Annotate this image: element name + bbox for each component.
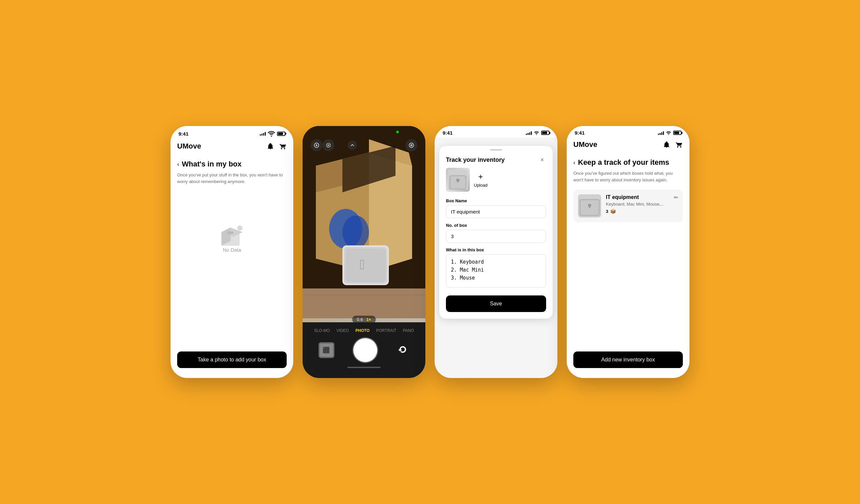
signal-bar-2 xyxy=(261,134,262,136)
track-inventory-modal: Track your inventory × xyxy=(439,146,553,318)
page-subtitle-4: Once you've figured out which boxes hold… xyxy=(573,170,683,183)
mode-slomo[interactable]: SLO-MO xyxy=(314,328,330,333)
upload-plus-icon: + xyxy=(478,172,483,181)
screen4-status-icons xyxy=(658,131,682,135)
inventory-info: IT equipment Keyboard, Mac Mini, Mouse,.… xyxy=(606,194,669,214)
box-name-input[interactable] xyxy=(446,205,546,218)
shutter-button[interactable] xyxy=(353,338,377,362)
inventory-meta: 3 📦 xyxy=(606,209,669,214)
chevron-up-button[interactable] xyxy=(348,140,357,150)
page-title-1: What's in my box xyxy=(182,160,242,168)
box-empty-icon: ... xyxy=(219,223,245,247)
back-arrow-1[interactable]: ‹ xyxy=(177,161,179,168)
save-button[interactable]: Save xyxy=(446,295,546,312)
photo-thumbnail[interactable]: ⬛ xyxy=(318,342,334,358)
screen3-phone: 9:41 xyxy=(435,126,557,378)
modal-header: Track your inventory × xyxy=(439,150,553,168)
svg-point-15 xyxy=(342,216,369,249)
screen4-content: ‹ Keep a track of your items Once you've… xyxy=(567,153,689,227)
inventory-card: IT equipment Keyboard, Mac Mini, Mouse,.… xyxy=(573,190,683,222)
inventory-count: 3 xyxy=(606,209,608,214)
sb41 xyxy=(658,134,659,135)
zoom-06[interactable]: 0.6 xyxy=(357,317,363,322)
mode-pano[interactable]: PANO xyxy=(403,328,414,333)
svg-text:...: ... xyxy=(239,226,241,230)
zoom-1x[interactable]: 1× xyxy=(366,317,371,322)
signal-bars xyxy=(260,132,266,136)
svg-text:⬛: ⬛ xyxy=(322,346,330,354)
no-data-label: No Data xyxy=(223,247,241,253)
chevron-area xyxy=(334,140,370,150)
wifi-icon-3 xyxy=(534,131,539,135)
svg-point-25 xyxy=(328,144,329,146)
mac-mini-thumbnail xyxy=(446,168,470,192)
bell-icon-4[interactable] xyxy=(663,141,670,148)
inventory-desc: Keyboard, Mac Mini, Mouse,... xyxy=(606,202,669,207)
svg-point-32 xyxy=(536,134,537,135)
screen3-time: 9:41 xyxy=(443,130,453,136)
flash-button[interactable] xyxy=(311,139,322,151)
add-inventory-button[interactable]: Add new inventory box xyxy=(573,352,683,368)
modal-title: Track your inventory xyxy=(446,157,505,163)
upload-section: + Upload xyxy=(446,168,546,192)
close-button[interactable]: × xyxy=(538,156,546,164)
settings-button[interactable] xyxy=(405,139,417,151)
box-no-input[interactable] xyxy=(446,230,546,243)
mac-mini-svg xyxy=(448,170,468,190)
screen1-nav: UMove xyxy=(171,139,293,154)
screens-container: 9:41 UMove xyxy=(157,106,703,398)
screen3-bg: 9:41 xyxy=(435,126,557,378)
mode-photo[interactable]: PHOTO xyxy=(355,328,369,333)
signal-bar-4 xyxy=(265,132,266,136)
modal-body: + Upload Box Name No. of box What is in … xyxy=(439,168,553,318)
wifi-icon-4 xyxy=(666,131,671,135)
wifi-icon xyxy=(268,130,275,137)
signal-bar-3 xyxy=(263,133,264,136)
cart-icon[interactable] xyxy=(280,143,287,150)
battery-icon xyxy=(277,132,285,136)
back-arrow-4[interactable]: ‹ xyxy=(573,159,575,166)
page-subtitle-1: Once you've put your stuff in the box, y… xyxy=(177,172,287,185)
back-title-4: ‹ Keep a track of your items xyxy=(573,158,683,167)
battery-fill xyxy=(278,133,283,135)
edit-button[interactable]: ✏ xyxy=(674,194,678,201)
mode-portrait[interactable]: PORTRAIT xyxy=(376,328,396,333)
scene-svg:  xyxy=(303,126,425,318)
home-indicator xyxy=(347,367,381,368)
svg-rect-4 xyxy=(228,232,233,234)
inventory-thumbnail xyxy=(578,194,601,218)
cart-icon-4[interactable] xyxy=(675,141,683,148)
screen1-phone: 9:41 UMove xyxy=(171,126,293,378)
svg-point-28 xyxy=(409,143,414,148)
upload-button[interactable]: + Upload xyxy=(474,172,487,188)
sb4 xyxy=(531,131,532,135)
contents-textarea[interactable]: 1. Keyboard 2. Mac Mini 3. Mouse xyxy=(446,254,546,287)
sb42 xyxy=(660,133,661,135)
svg-rect-18 xyxy=(346,249,386,282)
upload-preview xyxy=(446,168,470,192)
take-photo-button[interactable]: Take a photo to add your box xyxy=(177,352,287,368)
screen3-status-icons xyxy=(526,131,549,135)
flip-camera-button[interactable] xyxy=(396,343,410,357)
battery-fill-3 xyxy=(542,132,547,134)
svg-point-0 xyxy=(271,136,272,137)
screen2-phone:  xyxy=(303,126,425,378)
screen3-status-bar: 9:41 xyxy=(435,126,557,138)
box-name-label: Box Name xyxy=(446,198,546,203)
focus-button[interactable] xyxy=(322,139,334,151)
screen1-status-bar: 9:41 xyxy=(171,126,293,139)
screen1-content: ‹ What's in my box Once you've put your … xyxy=(171,154,293,197)
screen4-phone: 9:41 UMove xyxy=(567,126,689,378)
svg-text::  xyxy=(360,257,364,272)
upload-label: Upload xyxy=(474,183,487,188)
nav-icons-4 xyxy=(663,141,683,148)
camera-top-bar xyxy=(303,126,425,154)
camera-controls: ⬛ xyxy=(303,338,425,362)
app-title-4: UMove xyxy=(573,140,597,149)
mode-video[interactable]: VIDEO xyxy=(336,328,349,333)
svg-point-36 xyxy=(668,134,669,135)
no-data-section: ... No Data xyxy=(171,197,293,279)
bell-icon[interactable] xyxy=(267,143,274,150)
page-title-4: Keep a track of your items xyxy=(578,158,669,167)
svg-rect-20 xyxy=(303,288,425,318)
